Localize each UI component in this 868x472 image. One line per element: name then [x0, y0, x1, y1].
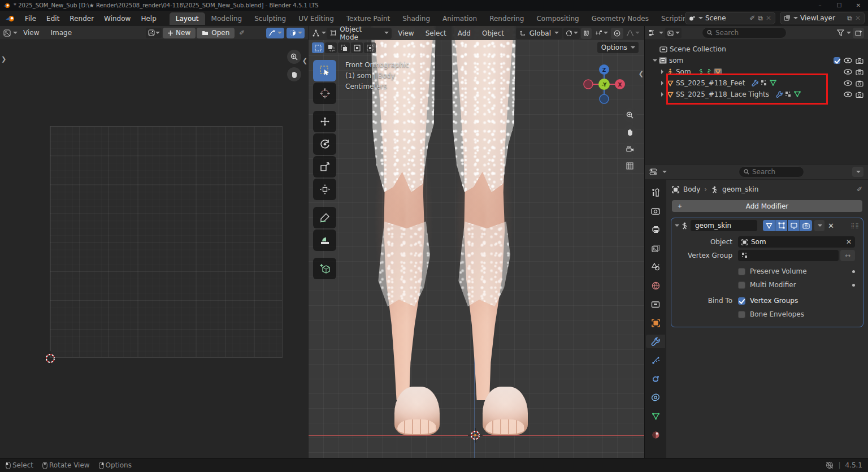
tab-uv-editing[interactable]: UV Editing	[292, 12, 340, 25]
viewport-collapse-arrow[interactable]: ❮	[639, 70, 644, 77]
pivot-point-icon[interactable]	[563, 28, 580, 39]
open-image-button[interactable]: Open	[197, 28, 235, 38]
scene-selector[interactable]: Scene ✐ ⧉ ✕	[685, 12, 775, 24]
mode-dropdown[interactable]: Object Mode	[327, 28, 392, 39]
preserve-volume-checkbox[interactable]	[738, 268, 745, 275]
tab-scene-icon[interactable]	[646, 260, 665, 274]
editor-type-outliner-icon[interactable]	[649, 29, 657, 36]
copy-scene-icon[interactable]: ⧉	[758, 14, 763, 22]
pin-id-icon[interactable]: ✐	[857, 185, 862, 193]
properties-search[interactable]: Search	[739, 166, 804, 177]
tab-world-icon[interactable]	[646, 279, 665, 292]
mesh-data-icon[interactable]	[770, 80, 776, 86]
tab-shading[interactable]: Shading	[396, 12, 436, 25]
vp-pan-icon[interactable]	[623, 125, 637, 139]
expand-icon[interactable]	[653, 59, 657, 63]
tool-move[interactable]	[313, 111, 336, 132]
viewlayer-selector[interactable]: ViewLayer ⧉ ✕	[780, 12, 865, 24]
vp-zoom-icon[interactable]	[623, 108, 637, 122]
hide-eye-icon[interactable]	[844, 58, 852, 63]
pose-icon[interactable]	[706, 68, 712, 75]
select-invert-icon[interactable]	[351, 42, 363, 53]
tool-annotate[interactable]	[313, 207, 336, 228]
collection-checkbox[interactable]	[834, 57, 840, 64]
invert-vertex-group-icon[interactable]: ↔	[840, 250, 855, 261]
animate-dot[interactable]	[852, 284, 855, 287]
tool-scale[interactable]	[313, 156, 336, 177]
tab-physics-icon[interactable]	[646, 372, 665, 386]
tool-add-cube[interactable]	[313, 258, 336, 279]
menu-file[interactable]: File	[20, 12, 41, 25]
tab-object-icon[interactable]	[646, 316, 665, 330]
bone-envelopes-checkbox[interactable]	[738, 311, 745, 318]
pan-fab-icon[interactable]	[287, 67, 301, 81]
modifier-wrench-icon[interactable]	[752, 80, 758, 86]
filter-icon[interactable]	[837, 29, 844, 36]
outliner-row-lace-tights[interactable]: SS_2025_#118_Lace Tights	[645, 89, 868, 100]
breadcrumb-object[interactable]: Body	[683, 185, 700, 193]
vertex-group-icon[interactable]	[785, 91, 792, 98]
outliner-row-scene-collection[interactable]: Scene Collection	[645, 44, 868, 55]
image-menu-view[interactable]: View	[18, 27, 44, 39]
outliner-row-feet[interactable]: SS_2025_#118_Feet	[645, 77, 868, 89]
mesh-data-icon[interactable]	[794, 91, 801, 97]
maximize-button[interactable]: ☐	[830, 0, 849, 11]
tab-material-icon[interactable]	[646, 428, 665, 441]
tab-collection-icon[interactable]	[646, 297, 665, 311]
select-extend-icon[interactable]	[325, 42, 337, 53]
vp-menu-add[interactable]: Add	[453, 27, 476, 40]
snap-target-icon[interactable]	[593, 28, 610, 39]
expand-icon[interactable]	[661, 70, 665, 74]
toggle-on-cage-icon[interactable]	[763, 220, 775, 231]
add-modifier-button[interactable]: ＋ Add Modifier	[672, 200, 862, 212]
toggle-render-icon[interactable]	[800, 220, 812, 231]
tab-compositing[interactable]: Compositing	[530, 12, 585, 25]
vertex-groups-checkbox[interactable]	[738, 297, 745, 305]
image-menu-image[interactable]: Image	[45, 27, 77, 39]
select-subtract-icon[interactable]	[338, 42, 350, 53]
image-browse-icon[interactable]	[146, 28, 162, 38]
tab-texture-paint[interactable]: Texture Paint	[340, 12, 396, 25]
vp-menu-view[interactable]: View	[393, 27, 419, 40]
snap-magnet-icon[interactable]	[581, 28, 592, 39]
orientation-dropdown[interactable]: Global	[516, 28, 562, 39]
vp-menu-select[interactable]: Select	[420, 27, 452, 40]
object-field[interactable]: Som ✕	[738, 236, 855, 248]
render-camera-icon[interactable]	[856, 69, 863, 75]
remove-modifier-icon[interactable]: ✕	[827, 222, 835, 230]
pin-image-icon[interactable]: ✐	[239, 29, 245, 37]
tool-measure[interactable]	[313, 229, 336, 251]
menu-window[interactable]: Window	[99, 12, 136, 25]
render-camera-icon[interactable]	[856, 80, 863, 86]
collapse-modifier-icon[interactable]	[675, 224, 679, 228]
vertex-group-icon[interactable]	[761, 80, 767, 86]
render-camera-icon[interactable]	[856, 58, 863, 64]
new-collection-icon[interactable]	[853, 28, 864, 38]
multi-modifier-checkbox[interactable]	[738, 282, 745, 289]
vp-ortho-grid-icon[interactable]	[623, 159, 637, 173]
display-mode-icon[interactable]	[665, 28, 682, 38]
modifier-extras-icon[interactable]	[814, 220, 824, 231]
animate-dot[interactable]	[852, 270, 855, 273]
pose-icon[interactable]	[698, 68, 704, 75]
breadcrumb-modifier[interactable]: geom_skin	[722, 185, 758, 193]
outliner-search[interactable]: Search	[702, 27, 787, 38]
new-image-button[interactable]: New	[163, 28, 196, 38]
tab-output-icon[interactable]	[646, 223, 665, 236]
select-intersect-icon[interactable]	[364, 42, 376, 53]
hide-eye-icon[interactable]	[844, 69, 852, 75]
toggle-realtime-icon[interactable]	[788, 220, 800, 231]
tab-render-icon[interactable]	[646, 204, 665, 218]
options-dropdown[interactable]: Options	[597, 42, 639, 53]
toggle-edit-mode-icon[interactable]	[775, 220, 787, 231]
tab-particles-icon[interactable]	[646, 353, 665, 367]
vertex-group-field[interactable]	[738, 250, 839, 261]
tab-data-icon[interactable]	[646, 409, 665, 423]
outliner-row-som-armature[interactable]: Som	[645, 66, 868, 77]
panel-expand-arrow[interactable]: ❯	[1, 55, 6, 63]
menu-render[interactable]: Render	[64, 12, 99, 25]
minimize-button[interactable]: –	[810, 0, 830, 11]
navigation-gizmo[interactable]: Z X -Y	[583, 64, 626, 107]
clear-object-icon[interactable]: ✕	[846, 238, 852, 246]
tab-rendering[interactable]: Rendering	[483, 12, 530, 25]
